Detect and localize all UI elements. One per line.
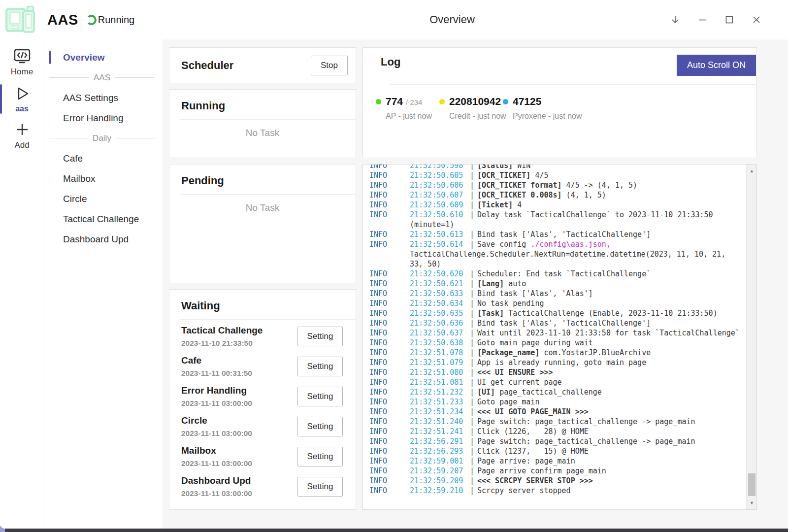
log-message: Click (1237, 15) @ HOME [477, 446, 746, 456]
stop-button[interactable]: Stop [311, 56, 348, 75]
task-info: Cafe2023-11-11 00:31:50 [181, 355, 297, 378]
log-message: No task pending [477, 299, 746, 308]
sidebar-item-tactical-challenge[interactable]: Tactical Challenge [44, 209, 163, 229]
sidebar-item-label: Error Handling [63, 113, 124, 124]
log-message: <<< UI GOTO PAGE_MAIN >>> [477, 407, 746, 417]
log-separator: | [470, 456, 477, 466]
log-separator: | [470, 367, 477, 377]
task-setting-button[interactable]: Setting [297, 477, 343, 497]
log-level: INFO [369, 289, 410, 299]
log-separator: | [470, 338, 477, 348]
rail-item-label: Home [11, 67, 33, 77]
task-setting-button[interactable]: Setting [297, 447, 343, 466]
log-separator: | [470, 466, 477, 476]
log-level: INFO [369, 387, 410, 397]
sidebar-item-dashboard-upd[interactable]: Dashboard Upd [44, 229, 163, 249]
log-level: INFO [369, 466, 410, 476]
log-level: INFO [369, 446, 410, 456]
log-card: Log Auto Scroll ON 774/ 234AP - just now… [362, 47, 757, 158]
log-timestamp: 21:32:50.621 [410, 279, 470, 289]
log-separator: | [470, 318, 477, 328]
log-timestamp: 21:32:51.241 [410, 427, 470, 436]
log-timestamp: 21:32:50.614 [410, 239, 470, 249]
log-message: [Status] WIN [477, 164, 746, 170]
log-message: [OCR_TICKET] 4/5 [477, 170, 746, 180]
log-line: INFO21:32:50.634|No task pending [369, 299, 746, 308]
sidebar-item-cafe[interactable]: Cafe [44, 148, 163, 168]
log-level: INFO [369, 230, 410, 239]
log-line: INFO21:32:56.293|Click (1237, 15) @ HOME [369, 446, 746, 456]
log-stat-item: 220810942Credit - just now [439, 96, 503, 121]
scheduler-title: Scheduler [181, 59, 233, 72]
log-timestamp: 21:32:50.610 [410, 210, 470, 220]
waiting-card: Waiting Tactical Challenge2023-11-10 21:… [169, 289, 356, 510]
sidebar-item-label: Mailbox [63, 173, 95, 184]
close-button[interactable] [747, 9, 766, 31]
log-level: INFO [369, 456, 410, 466]
rail-item-add[interactable]: Add [0, 117, 44, 154]
log-timestamp: 21:32:51.233 [410, 397, 470, 407]
log-scrollbar[interactable]: ▲ ▼ [746, 165, 756, 509]
scrollbar-up-button[interactable]: ▲ [747, 166, 757, 176]
sidebar-item-mailbox[interactable]: Mailbox [44, 168, 163, 189]
log-line: INFO21:32:50.610|Delay task `TacticalCha… [369, 210, 746, 220]
minimize-to-tray-button[interactable] [665, 9, 685, 31]
task-next-run-time: 2023-11-11 03:00:00 [181, 429, 297, 438]
sidebar-item-error-handling[interactable]: Error Handling [44, 108, 163, 128]
task-name: Mailbox [181, 445, 297, 456]
log-message: [OCR_TICKET 0.008s] (4, 1, 5) [477, 190, 746, 200]
down-arrow-icon [670, 14, 681, 25]
stat-body: 220810942Credit - just now [449, 96, 506, 121]
log-line: INFO21:32:50.635|[Task] TacticalChalleng… [369, 308, 746, 318]
sidebar-item-circle[interactable]: Circle [44, 189, 163, 209]
scrollbar-down-button[interactable]: ▼ [747, 498, 757, 508]
stat-label: Credit - just now [449, 112, 506, 121]
sidebar-item-aas-settings[interactable]: AAS Settings [44, 88, 163, 108]
log-message: [Ticket] 4 [477, 200, 746, 210]
pending-card: Pending No Task [169, 164, 356, 283]
window-body: Home aas Add OverviewAAS [0, 39, 788, 529]
task-name: Circle [181, 415, 297, 426]
log-separator: | [470, 358, 477, 367]
log-level: INFO [369, 338, 410, 348]
sidebar-item-overview[interactable]: Overview [44, 47, 163, 67]
rail-item-aas[interactable]: aas [0, 81, 44, 117]
task-setting-button[interactable]: Setting [297, 357, 343, 376]
log-timestamp: 21:32:51.234 [410, 407, 470, 417]
stat-total: / 234 [406, 98, 422, 106]
pending-empty-text: No Task [169, 195, 356, 213]
log-level: INFO [369, 164, 410, 170]
tasks-column: Scheduler Stop Running No Task Pending N… [169, 47, 356, 510]
scheduler-card: Scheduler Stop [169, 47, 356, 83]
log-separator: | [470, 446, 477, 456]
log-separator: | [470, 397, 477, 407]
log-header: Log Auto Scroll ON [363, 48, 756, 76]
log-separator: | [470, 486, 477, 496]
task-name: Dashboard Upd [181, 475, 297, 486]
app-logo-icon [5, 5, 37, 34]
log-column: Log Auto Scroll ON 774/ 234AP - just now… [362, 47, 757, 510]
waiting-task-row: Dashboard Upd2023-11-11 03:00:00Setting [169, 471, 356, 501]
maximize-button[interactable] [720, 9, 739, 31]
sidebar-item-label: AAS Settings [63, 93, 118, 103]
minimize-button[interactable] [692, 9, 712, 31]
task-next-run-time: 2023-11-11 00:31:50 [181, 369, 297, 378]
log-separator: | [470, 230, 477, 239]
divider-line [49, 138, 88, 138]
log-level: INFO [369, 358, 410, 367]
log-line: 33, 50) [369, 259, 746, 269]
scrollbar-thumb[interactable] [748, 473, 755, 496]
task-next-run-time: 2023-11-11 03:00:00 [181, 489, 297, 498]
log-line: INFO21:32:51.240|Page switch: page_tacti… [369, 417, 746, 427]
waiting-task-row: Circle2023-11-11 03:00:00Setting [169, 411, 356, 441]
maximize-icon [724, 14, 735, 25]
task-setting-button[interactable]: Setting [297, 387, 343, 406]
task-setting-button[interactable]: Setting [297, 327, 343, 346]
stat-label: AP - just now [386, 112, 432, 121]
task-next-run-time: 2023-11-11 03:00:00 [181, 459, 297, 468]
auto-scroll-button[interactable]: Auto Scroll ON [677, 55, 756, 76]
task-setting-button[interactable]: Setting [297, 417, 343, 436]
rail-item-home[interactable]: Home [0, 44, 44, 81]
log-timestamp: 21:32:51.080 [410, 367, 470, 377]
log-line: INFO21:32:50.598|[Status] WIN [369, 164, 746, 170]
